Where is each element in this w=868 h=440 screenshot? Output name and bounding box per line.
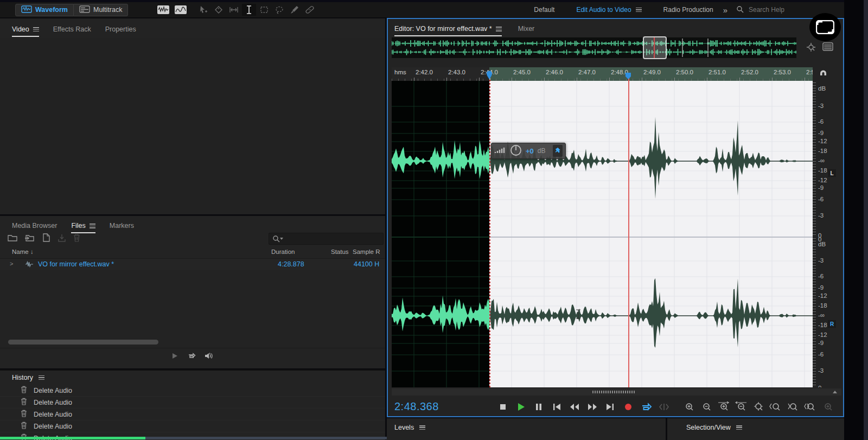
hud-gain-value[interactable]: +0 <box>526 147 534 155</box>
open-folder-icon[interactable] <box>8 234 17 244</box>
paintbrush-selection-tool-icon[interactable] <box>288 4 302 16</box>
files-tab-files[interactable]: Files <box>71 222 95 229</box>
panel-menu-icon[interactable] <box>33 27 39 32</box>
history-item[interactable]: Delete Audio <box>0 397 385 409</box>
skip-forward-button[interactable] <box>603 401 617 413</box>
play-icon[interactable] <box>171 352 178 361</box>
new-file-icon[interactable] <box>42 233 50 244</box>
history-item[interactable]: Delete Audio <box>0 385 385 397</box>
db-scale-label-right: -6 <box>818 273 824 279</box>
zoom-out-button[interactable] <box>699 401 715 413</box>
skip-back-button[interactable] <box>550 401 564 413</box>
marquee-selection-tool-icon[interactable] <box>257 4 271 16</box>
zoom-out-left-button[interactable] <box>733 401 750 413</box>
column-name[interactable]: Name ↓ <box>12 248 34 255</box>
workspace-tab-default[interactable]: Default <box>534 6 554 14</box>
history-item-label: Delete Audio <box>34 387 72 394</box>
spot-healing-brush-tool-icon[interactable] <box>303 4 317 16</box>
help-search-input[interactable] <box>748 5 831 14</box>
panel-menu-icon[interactable] <box>496 27 502 31</box>
lasso-selection-tool-icon[interactable] <box>272 4 286 16</box>
play-button[interactable] <box>514 401 528 413</box>
zoom-out-point-button[interactable] <box>786 401 802 413</box>
volume-ramp-icon[interactable] <box>494 146 506 156</box>
zoom-in-point-button[interactable] <box>768 401 784 413</box>
editor-tab-editor-vo-for-mirror-effect-wav-[interactable]: Editor: VO for mirror effect.wav * <box>394 25 502 33</box>
workspace-overflow-chevron[interactable]: » <box>723 5 727 15</box>
column-sample-rate[interactable]: Sample R <box>353 248 380 255</box>
workspace-tab-edit-audio-to-video[interactable]: Edit Audio to Video <box>576 6 641 14</box>
import-folder-icon[interactable] <box>24 234 35 244</box>
zoom-reset-button[interactable] <box>751 401 767 413</box>
zoom-in-button[interactable] <box>681 401 698 413</box>
volume-hud[interactable]: +0 dB <box>491 143 566 159</box>
loop-icon[interactable] <box>187 352 196 361</box>
zoom-selection-button[interactable] <box>803 401 819 413</box>
gain-knob-icon[interactable] <box>510 144 522 158</box>
right-channel-badge[interactable]: R <box>828 320 836 328</box>
panel-menu-icon[interactable] <box>736 425 742 430</box>
ruler-time-label: 2:54 <box>806 69 813 75</box>
slip-tool-icon[interactable] <box>227 4 241 16</box>
history-item[interactable]: Delete Audio <box>0 420 385 432</box>
editor-tabs: Editor: VO for mirror effect.wav *Mixer <box>388 21 843 36</box>
overview-navigator[interactable] <box>392 37 796 58</box>
multitrack-mode-button[interactable]: Multitrack <box>74 4 128 16</box>
overview-zoom-icon[interactable] <box>806 42 816 55</box>
files-search[interactable] <box>269 233 384 245</box>
zoom-disabled-button[interactable] <box>820 401 837 413</box>
panel-menu-icon[interactable] <box>419 425 425 430</box>
search-dropdown-arrow[interactable] <box>280 238 283 240</box>
workspace-menu-icon[interactable] <box>636 8 642 12</box>
loop-button[interactable] <box>639 401 653 413</box>
fast-forward-button[interactable] <box>585 401 599 413</box>
db-scale-label-right: -9 <box>818 284 824 291</box>
pause-button[interactable] <box>532 401 546 413</box>
files-tab-markers[interactable]: Markers <box>110 222 134 229</box>
video-tab-effects-rack[interactable]: Effects Rack <box>53 25 91 33</box>
file-row[interactable]: > VO for mirror effect.wav * 4:28.878 44… <box>0 259 385 270</box>
history-item[interactable]: Delete Audio <box>0 409 385 420</box>
panel-menu-icon[interactable] <box>90 224 95 228</box>
selection-start-line[interactable] <box>489 73 490 387</box>
hscrollbar-handle[interactable] <box>592 391 636 393</box>
scroll-up-arrow-icon[interactable] <box>833 391 837 393</box>
column-status[interactable]: Status <box>331 248 349 255</box>
playhead-pin-icon[interactable] <box>624 72 632 81</box>
razor-tool-icon[interactable] <box>212 4 226 16</box>
current-time-display[interactable]: 2:48.368 <box>394 400 439 413</box>
trash-icon[interactable] <box>73 234 80 244</box>
save-icon[interactable] <box>58 234 66 244</box>
overview-viewport-box[interactable] <box>643 36 667 59</box>
time-selection-tool-icon[interactable] <box>242 4 256 16</box>
waveform-display[interactable] <box>392 81 813 387</box>
spectral-view-icon[interactable] <box>174 4 188 16</box>
left-channel-badge[interactable]: L <box>828 169 836 177</box>
expand-chevron-icon[interactable]: > <box>10 260 13 267</box>
zoom-in-left-button[interactable] <box>716 401 732 413</box>
workspace-tab-radio-production[interactable]: Radio Production <box>663 6 713 14</box>
selection-start-pin-icon[interactable] <box>486 71 493 81</box>
video-tab-properties[interactable]: Properties <box>105 25 136 33</box>
files-hscrollbar[interactable] <box>8 340 158 345</box>
hud-pin-button[interactable] <box>553 145 563 157</box>
move-tool-icon[interactable] <box>196 4 210 16</box>
ruler-time-label: 2:46.0 <box>546 69 563 75</box>
waveform-mode-button[interactable]: Waveform <box>15 4 74 16</box>
editor-tab-mixer[interactable]: Mixer <box>518 25 535 33</box>
stop-button[interactable] <box>496 401 510 413</box>
panel-menu-icon[interactable] <box>39 375 44 380</box>
adjust-gain-button[interactable] <box>657 401 671 413</box>
display-mode-icon[interactable] <box>822 42 833 53</box>
waveform-view-icon[interactable] <box>156 4 170 16</box>
time-ruler[interactable]: hms 2:42.02:43.02:44.02:45.02:46.02:47.0… <box>392 67 813 81</box>
waveform-hscrollbar[interactable] <box>392 388 841 396</box>
video-tab-video[interactable]: Video <box>12 25 39 33</box>
auto-play-speaker-icon[interactable] <box>205 352 214 361</box>
record-button[interactable] <box>621 401 635 413</box>
rewind-button[interactable] <box>567 401 582 413</box>
column-duration[interactable]: Duration <box>271 248 295 255</box>
snap-magnet-icon[interactable] <box>819 68 828 79</box>
playhead-line[interactable] <box>628 73 629 387</box>
files-tab-media-browser[interactable]: Media Browser <box>12 222 57 229</box>
